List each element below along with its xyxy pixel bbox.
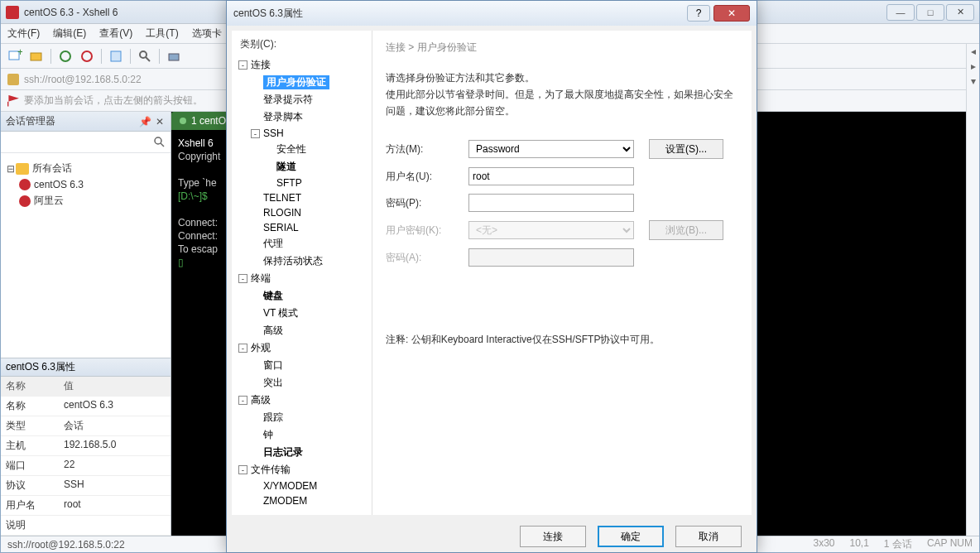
svg-point-6: [140, 51, 147, 58]
disconnect-icon[interactable]: [79, 49, 94, 64]
prop-row: 端口22: [1, 456, 171, 476]
address-text: ssh://root@192.168.5.0:22: [24, 74, 142, 85]
cat-advanced2[interactable]: -高级: [235, 392, 368, 409]
cat-filetransfer[interactable]: -文件传输: [235, 461, 368, 478]
lock-icon: [7, 74, 19, 85]
cat-auth[interactable]: 用户身份验证: [235, 74, 368, 91]
svg-point-9: [155, 137, 161, 144]
properties-header: centOS 6.3属性: [1, 358, 171, 377]
menu-view[interactable]: 查看(V): [99, 26, 132, 41]
cat-advanced[interactable]: 高级: [235, 322, 368, 339]
pin-icon[interactable]: 📌: [139, 116, 151, 127]
dialog-close-button[interactable]: ✕: [713, 5, 750, 22]
col-name: 名称: [1, 377, 59, 396]
collapse-icon[interactable]: -: [238, 465, 247, 474]
cat-window[interactable]: 窗口: [235, 357, 368, 374]
category-label: 类别(C):: [235, 37, 368, 56]
cat-zmodem[interactable]: ZMODEM: [235, 493, 368, 508]
dialog-titlebar[interactable]: centOS 6.3属性 ? ✕: [227, 1, 757, 26]
note-text: 注释: 公钥和Keyboard Interactive仅在SSH/SFTP协议中…: [386, 333, 738, 347]
menu-tabs[interactable]: 选项卡: [192, 26, 222, 41]
reconnect-icon[interactable]: [58, 49, 73, 64]
dialog-content: 连接 > 用户身份验证 请选择身份验证方法和其它参数。 使用此部分以节省登录时间…: [372, 31, 752, 515]
scroll-left-icon[interactable]: ◂: [967, 44, 979, 59]
tree-root[interactable]: ⊟ 所有会话: [6, 160, 166, 177]
cat-proxy[interactable]: 代理: [235, 235, 368, 252]
collapse-icon[interactable]: -: [238, 396, 247, 405]
dialog-title: centOS 6.3属性: [233, 7, 687, 21]
help-button[interactable]: ?: [687, 5, 710, 22]
collapse-icon[interactable]: -: [238, 344, 247, 353]
session-item[interactable]: 阿里云: [6, 192, 166, 209]
collapse-icon[interactable]: -: [238, 274, 247, 283]
cancel-button[interactable]: 取消: [675, 526, 742, 547]
method-select[interactable]: Password: [468, 140, 634, 158]
collapse-icon[interactable]: -: [251, 129, 260, 138]
prop-row: 主机192.168.5.0: [1, 436, 171, 456]
passphrase-row: 密码(A):: [386, 248, 738, 267]
separator: [159, 49, 160, 64]
passphrase-input: [468, 248, 634, 267]
open-icon[interactable]: [29, 49, 44, 64]
cat-security[interactable]: 安全性: [235, 141, 368, 158]
userkey-select: <无>: [468, 221, 634, 239]
session-item[interactable]: centOS 6.3: [6, 177, 166, 192]
cat-xymodem[interactable]: X/YMODEM: [235, 478, 368, 493]
session-label: 阿里云: [34, 194, 64, 208]
menu-edit[interactable]: 编辑(E): [53, 26, 86, 41]
cat-vtmode[interactable]: VT 模式: [235, 305, 368, 322]
cat-serial[interactable]: SERIAL: [235, 220, 368, 235]
passphrase-label: 密码(A):: [386, 251, 468, 265]
cat-ssh[interactable]: -SSH: [235, 126, 368, 141]
cat-connection[interactable]: -连接: [235, 56, 368, 74]
browse-button[interactable]: 浏览(B)...: [649, 220, 723, 240]
properties-icon[interactable]: [108, 49, 123, 64]
dropdown-icon[interactable]: ▾: [967, 74, 979, 89]
flag-icon: [7, 95, 19, 107]
folder-icon: [16, 163, 29, 175]
expander-icon[interactable]: ⊟: [6, 163, 16, 175]
password-input[interactable]: [468, 194, 634, 212]
transfer-icon[interactable]: [166, 49, 181, 64]
cat-tunnel[interactable]: 隧道: [235, 158, 368, 176]
svg-rect-5: [111, 51, 121, 61]
cat-appearance[interactable]: -外观: [235, 339, 368, 357]
connect-button[interactable]: 连接: [520, 526, 586, 547]
cat-log[interactable]: 日志记录: [235, 444, 368, 461]
cat-keyboard[interactable]: 键盘: [235, 287, 368, 305]
separator: [101, 49, 102, 64]
scroll-right-icon[interactable]: ▸: [967, 59, 979, 74]
status-dot-icon: [180, 118, 186, 124]
app-icon: [6, 6, 19, 19]
cat-trace[interactable]: 跟踪: [235, 409, 368, 426]
terminal-tab[interactable]: 1 centO: [171, 112, 234, 130]
separator: [50, 49, 51, 64]
terminal-tab-label: 1 centO: [191, 115, 226, 127]
cat-login-prompt[interactable]: 登录提示符: [235, 91, 368, 108]
cat-telnet[interactable]: TELNET: [235, 190, 368, 205]
status-caps: CAP NUM: [927, 537, 973, 551]
cat-highlight[interactable]: 突出: [235, 374, 368, 392]
new-session-icon[interactable]: +: [7, 49, 22, 64]
cat-login-script[interactable]: 登录脚本: [235, 108, 368, 126]
prop-row: 类型会话: [1, 416, 171, 436]
properties-panel: centOS 6.3属性 名称 值 名称centOS 6.3 类型会话 主机19…: [1, 358, 171, 536]
cat-bell[interactable]: 钟: [235, 426, 368, 444]
cat-rlogin[interactable]: RLOGIN: [235, 205, 368, 220]
minimize-button[interactable]: —: [886, 4, 915, 21]
session-manager-title: 会话管理器: [6, 114, 136, 128]
cat-sftp[interactable]: SFTP: [235, 176, 368, 190]
search-icon[interactable]: [137, 49, 152, 64]
close-button[interactable]: ✕: [946, 4, 974, 21]
menu-tools[interactable]: 工具(T): [146, 26, 178, 41]
cat-keepalive[interactable]: 保持活动状态: [235, 252, 368, 270]
settings-button[interactable]: 设置(S)...: [649, 139, 723, 159]
cat-terminal[interactable]: -终端: [235, 270, 368, 287]
collapse-icon[interactable]: -: [238, 60, 247, 70]
menu-file[interactable]: 文件(F): [7, 26, 40, 41]
close-panel-icon[interactable]: ✕: [154, 116, 166, 127]
ok-button[interactable]: 确定: [598, 526, 664, 547]
username-input[interactable]: [468, 167, 634, 185]
maximize-button[interactable]: □: [916, 4, 944, 21]
search-icon[interactable]: [154, 137, 166, 148]
